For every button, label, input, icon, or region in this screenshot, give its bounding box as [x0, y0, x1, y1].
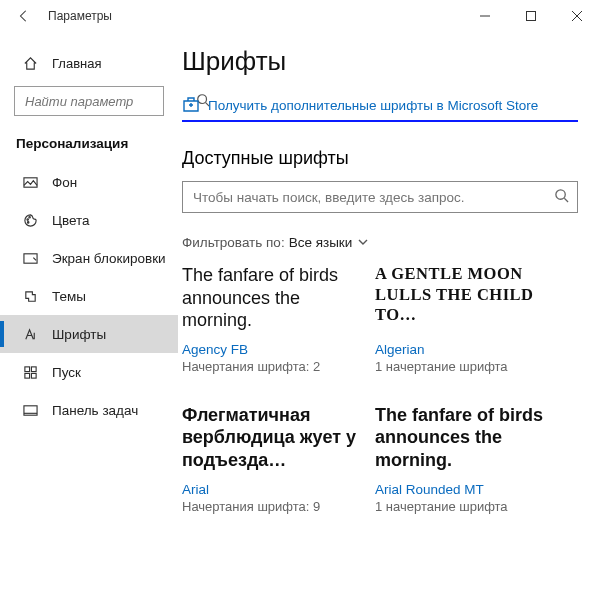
page-title: Шрифты — [182, 46, 578, 77]
font-card[interactable]: The fanfare of birds announces the morni… — [375, 404, 550, 516]
font-card[interactable]: The fanfare of birds announces the morni… — [182, 264, 357, 376]
sidebar-item-label: Темы — [52, 289, 86, 304]
store-link-underline — [182, 120, 578, 122]
svg-rect-8 — [31, 366, 36, 371]
svg-point-5 — [27, 221, 29, 223]
maximize-button[interactable] — [508, 0, 554, 32]
close-button[interactable] — [554, 0, 600, 32]
sidebar-search-input[interactable] — [23, 93, 196, 110]
font-sample: The fanfare of birds announces the morni… — [182, 264, 357, 334]
main-content: Шрифты Получить дополнительные шрифты в … — [178, 32, 600, 612]
sidebar-category: Персонализация — [0, 128, 178, 163]
font-sample: The fanfare of birds announces the morni… — [375, 404, 550, 474]
lockscreen-icon — [22, 251, 38, 266]
back-button[interactable] — [4, 0, 44, 32]
svg-rect-9 — [24, 373, 29, 378]
themes-icon — [22, 289, 38, 304]
sidebar-item-lockscreen[interactable]: Экран блокировки — [0, 239, 178, 277]
font-search[interactable] — [182, 181, 578, 213]
available-fonts-title: Доступные шрифты — [182, 148, 578, 169]
svg-point-3 — [26, 218, 28, 220]
svg-point-4 — [28, 216, 30, 218]
font-name: Algerian — [375, 342, 550, 357]
store-icon — [182, 95, 200, 116]
sidebar-item-label: Панель задач — [52, 403, 138, 418]
font-meta: 1 начертание шрифта — [375, 499, 550, 516]
filter-row[interactable]: Фильтровать по: Все языки — [182, 235, 578, 250]
font-sample: Флегматичная верблюдица жует у подъезда… — [182, 404, 357, 474]
svg-point-12 — [556, 190, 565, 199]
svg-rect-7 — [24, 366, 29, 371]
svg-rect-6 — [23, 253, 36, 262]
sidebar-item-fonts[interactable]: Шрифты — [0, 315, 178, 353]
window-title: Параметры — [48, 9, 112, 23]
search-icon — [554, 188, 569, 206]
font-card[interactable]: A gentle moon lulls the child to… Algeri… — [375, 264, 550, 376]
font-card[interactable]: Флегматичная верблюдица жует у подъезда…… — [182, 404, 357, 516]
home-icon — [22, 56, 38, 71]
svg-rect-10 — [31, 373, 36, 378]
font-name: Arial — [182, 482, 357, 497]
sidebar-item-label: Цвета — [52, 213, 90, 228]
sidebar-item-start[interactable]: Пуск — [0, 353, 178, 391]
sidebar-item-label: Шрифты — [52, 327, 106, 342]
font-sample: A gentle moon lulls the child to… — [375, 264, 550, 334]
filter-label: Фильтровать по: — [182, 235, 285, 250]
font-meta: 1 начертание шрифта — [375, 359, 550, 376]
sidebar-item-colors[interactable]: Цвета — [0, 201, 178, 239]
sidebar-item-background[interactable]: Фон — [0, 163, 178, 201]
sidebar: Главная Персонализация Фон — [0, 32, 178, 612]
svg-rect-0 — [527, 12, 536, 21]
font-meta: Начертания шрифта: 2 — [182, 359, 357, 376]
minimize-button[interactable] — [462, 0, 508, 32]
sidebar-item-label: Фон — [52, 175, 77, 190]
font-name: Arial Rounded MT — [375, 482, 550, 497]
taskbar-icon — [22, 403, 38, 418]
font-meta: Начертания шрифта: 9 — [182, 499, 357, 516]
font-search-input[interactable] — [191, 189, 554, 206]
font-grid: The fanfare of birds announces the morni… — [182, 264, 578, 544]
start-icon — [22, 365, 38, 380]
font-name: Agency FB — [182, 342, 357, 357]
fonts-icon — [22, 327, 38, 342]
picture-icon — [22, 175, 38, 190]
store-link[interactable]: Получить дополнительные шрифты в Microso… — [208, 98, 538, 113]
titlebar: Параметры — [0, 0, 600, 32]
sidebar-item-label: Пуск — [52, 365, 81, 380]
sidebar-item-label: Экран блокировки — [52, 251, 166, 266]
sidebar-search[interactable] — [14, 86, 164, 116]
palette-icon — [22, 213, 38, 228]
sidebar-item-themes[interactable]: Темы — [0, 277, 178, 315]
chevron-down-icon — [352, 235, 368, 250]
sidebar-item-taskbar[interactable]: Панель задач — [0, 391, 178, 429]
sidebar-home[interactable]: Главная — [0, 46, 178, 80]
sidebar-home-label: Главная — [52, 56, 101, 71]
filter-value: Все языки — [289, 235, 353, 250]
